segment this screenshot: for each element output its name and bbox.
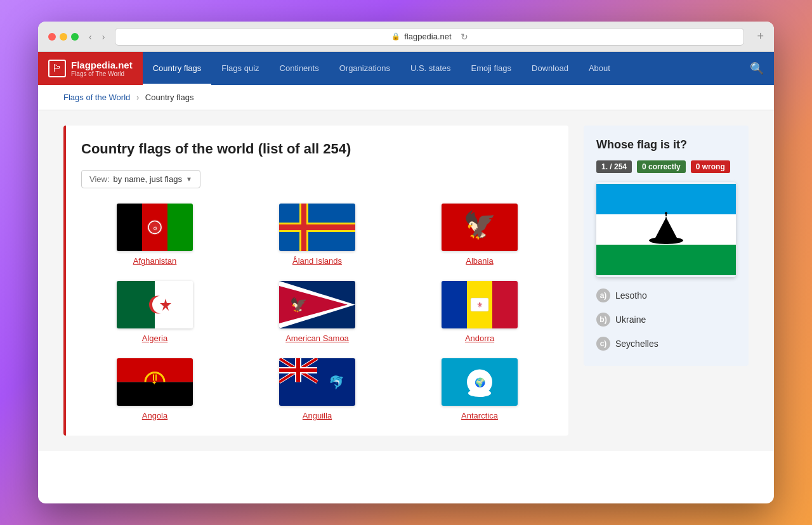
content-area: Country flags of the world (list of all … (38, 110, 774, 451)
svg-rect-31 (155, 375, 157, 381)
svg-rect-41 (279, 368, 317, 372)
flag-name-afghanistan[interactable]: Afghanistan (133, 256, 177, 266)
quiz-title: Whose flag is it? (596, 138, 736, 152)
logo-text: Flagpedia.net Flags of The World (71, 60, 133, 77)
view-value: by name, just flags (114, 174, 182, 184)
svg-text:🦅: 🦅 (463, 209, 497, 241)
option-letter-c: c) (596, 337, 610, 351)
url-text: flagpedia.net (404, 32, 451, 41)
flag-name-antarctica[interactable]: Antarctica (461, 411, 498, 420)
flag-image-afghanistan: ⚙ (117, 204, 193, 251)
flag-image-anguilla: 🐬 (279, 358, 355, 406)
quiz-count: 1. / 254 (596, 160, 632, 173)
new-tab-button[interactable]: + (757, 30, 764, 43)
option-letter-b: b) (596, 313, 610, 327)
search-icon[interactable]: 🔍 (740, 52, 774, 85)
flag-item-aland[interactable]: Åland Islands (244, 204, 391, 266)
flag-item-albania[interactable]: 🦅 Albania (406, 204, 553, 266)
page-title: Country flags of the world (list of all … (81, 141, 553, 157)
flag-item-american-samoa[interactable]: 🦅 American Samoa (244, 281, 391, 343)
flag-item-angola[interactable]: ✦ Angola (81, 358, 228, 420)
flag-item-afghanistan[interactable]: ⚙ Afghanistan (81, 204, 228, 266)
flag-item-antarctica[interactable]: 🌍 Antarctica (406, 358, 553, 420)
quiz-options: a) Lesotho b) Ukraine c) Seychelles (596, 286, 736, 353)
flag-image-angola: ✦ (117, 358, 193, 406)
dot-maximize[interactable] (71, 33, 79, 41)
nav-item-us-states[interactable]: U.S. states (400, 52, 461, 85)
left-panel: Country flags of the world (list of all … (63, 126, 568, 436)
flag-image-andorra: ⚜ (442, 281, 518, 328)
svg-rect-30 (153, 375, 154, 381)
forward-button[interactable]: › (100, 29, 108, 44)
option-text-b: Ukraine (615, 314, 646, 325)
dot-minimize[interactable] (60, 33, 67, 41)
nav-item-country-flags[interactable]: Country flags (143, 52, 212, 85)
breadcrumb-separator: › (136, 93, 139, 102)
option-text-a: Lesotho (615, 290, 647, 301)
browser-nav: ‹ › (86, 29, 107, 44)
browser-window: ‹ › 🔒 flagpedia.net ↻ + 🏳 Flagpedia.net … (38, 22, 774, 503)
quiz-stats: 1. / 254 0 correctly 0 wrong (596, 160, 736, 173)
nav-item-continents[interactable]: Continents (270, 52, 329, 85)
refresh-button[interactable]: ↻ (461, 32, 468, 42)
main-content: Flags of the World › Country flags Count… (38, 85, 774, 451)
breadcrumb-home[interactable]: Flags of the World (63, 93, 130, 102)
quiz-option-c[interactable]: c) Seychelles (596, 334, 736, 353)
chevron-down-icon: ▼ (186, 176, 192, 183)
svg-point-58 (665, 212, 667, 214)
svg-text:🌍: 🌍 (475, 377, 486, 388)
option-letter-a: a) (596, 288, 610, 302)
view-label: View: (89, 174, 110, 184)
flag-name-albania[interactable]: Albania (466, 256, 493, 266)
nav-item-about[interactable]: About (579, 52, 620, 85)
svg-text:⚙: ⚙ (153, 226, 157, 231)
flags-grid: ⚙ Afghanistan (81, 204, 553, 420)
flag-name-aland[interactable]: Åland Islands (292, 256, 342, 266)
svg-text:🐬: 🐬 (329, 375, 344, 390)
dot-close[interactable] (48, 33, 56, 41)
browser-dots (48, 33, 79, 41)
flag-name-algeria[interactable]: Algeria (142, 334, 167, 343)
address-bar[interactable]: 🔒 flagpedia.net ↻ (115, 28, 744, 46)
svg-rect-24 (492, 281, 518, 328)
browser-chrome: ‹ › 🔒 flagpedia.net ↻ + (38, 22, 774, 52)
flag-name-anguilla[interactable]: Anguilla (303, 411, 332, 420)
flag-image-albania: 🦅 (442, 204, 518, 251)
quiz-wrong: 0 wrong (691, 160, 730, 173)
flag-name-angola[interactable]: Angola (142, 411, 167, 420)
option-text-c: Seychelles (615, 339, 658, 349)
svg-text:⚜: ⚜ (476, 301, 483, 309)
right-panel: Whose flag is it? 1. / 254 0 correctly 0… (584, 126, 749, 366)
flag-name-andorra[interactable]: Andorra (465, 334, 494, 343)
site-nav: 🏳 Flagpedia.net Flags of The World Count… (38, 52, 774, 85)
flag-image-antarctica: 🌍 (442, 358, 518, 406)
quiz-option-b[interactable]: b) Ukraine (596, 310, 736, 329)
svg-text:🦅: 🦅 (290, 296, 308, 313)
site-logo[interactable]: 🏳 Flagpedia.net Flags of The World (38, 52, 143, 85)
flag-item-anguilla[interactable]: 🐬 Anguilla (244, 358, 391, 420)
nav-item-flags-quiz[interactable]: Flags quiz (211, 52, 269, 85)
svg-rect-53 (596, 245, 736, 275)
svg-rect-2 (167, 204, 193, 251)
nav-item-emoji-flags[interactable]: Emoji flags (461, 52, 521, 85)
logo-icon: 🏳 (48, 60, 66, 77)
back-button[interactable]: ‹ (86, 29, 95, 44)
svg-point-46 (468, 389, 491, 397)
flag-item-algeria[interactable]: Algeria (81, 281, 228, 343)
svg-rect-10 (279, 224, 355, 230)
breadcrumb: Flags of the World › Country flags (38, 85, 774, 110)
nav-item-download[interactable]: Download (521, 52, 579, 85)
breadcrumb-current: Country flags (145, 93, 194, 102)
view-selector[interactable]: View: by name, just flags ▼ (81, 170, 200, 188)
quiz-option-a[interactable]: a) Lesotho (596, 286, 736, 305)
svg-rect-0 (117, 204, 142, 251)
svg-rect-22 (442, 281, 467, 328)
nav-items: Country flags Flags quiz Continents Orga… (143, 52, 740, 85)
flag-name-american-samoa[interactable]: American Samoa (285, 334, 349, 343)
quiz-correctly: 0 correctly (637, 160, 686, 173)
flag-image-american-samoa: 🦅 (279, 281, 355, 328)
svg-rect-51 (596, 184, 736, 214)
flag-image-algeria (117, 281, 193, 328)
nav-item-organizations[interactable]: Organizations (329, 52, 400, 85)
flag-item-andorra[interactable]: ⚜ Andorra (406, 281, 553, 343)
